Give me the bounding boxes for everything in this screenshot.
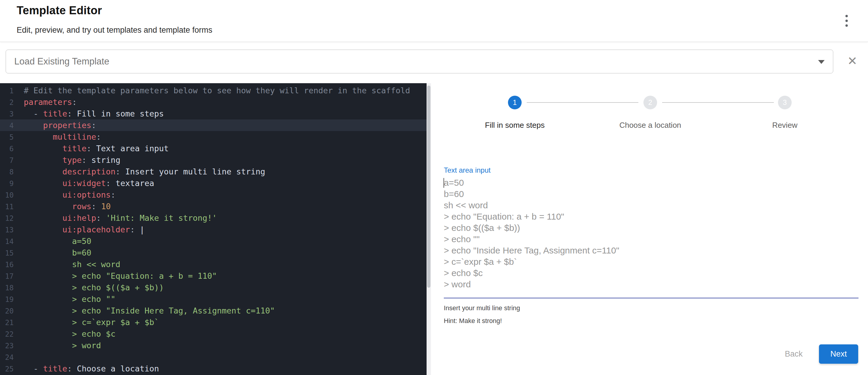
code-token — [24, 132, 53, 142]
code-token — [24, 202, 72, 211]
code-line[interactable]: 23 > word — [0, 340, 427, 351]
code-token — [24, 190, 62, 199]
code-token: # Edit the template parameters below to … — [24, 86, 410, 95]
line-number: 18 — [0, 282, 14, 294]
code-token — [24, 213, 62, 223]
editor-scrollbar[interactable] — [427, 83, 431, 375]
code-line[interactable]: 17 > echo "Equation: a + b = 110" — [0, 270, 427, 282]
code-line[interactable]: 14 a=50 — [0, 235, 427, 247]
code-line[interactable]: 11 rows: 10 — [0, 200, 427, 212]
code-token: : — [96, 132, 101, 142]
code-token: Text area input — [92, 144, 169, 153]
code-line[interactable]: 25 - title: Choose a location — [0, 363, 427, 374]
code-token: string — [87, 155, 120, 165]
clear-selection-button[interactable]: ✕ — [847, 55, 857, 67]
line-number: 22 — [0, 329, 14, 340]
code-line[interactable]: 10 ui:options: — [0, 189, 427, 200]
scrollbar-thumb[interactable] — [427, 86, 430, 288]
placeholder-line: > c=`expr $a + $b` — [444, 256, 859, 268]
placeholder-line: a=50 — [444, 177, 859, 188]
code-token: : — [111, 190, 116, 199]
line-number: 1 — [0, 85, 14, 97]
page-title: Template Editor — [17, 4, 102, 17]
code-line[interactable]: 4 properties: — [0, 120, 427, 131]
code-line[interactable]: 2parameters: — [0, 96, 427, 108]
code-token: : — [82, 155, 87, 165]
placeholder-line: sh << word — [444, 200, 859, 211]
code-token: multiline — [53, 132, 96, 142]
preview-pane: 1 2 3 Fill in some steps Choose a locati… — [431, 83, 868, 375]
code-token — [24, 144, 62, 153]
line-number: 13 — [0, 224, 14, 236]
line-number: 5 — [0, 132, 14, 143]
more-options-button[interactable] — [837, 11, 856, 30]
code-token: ui:options — [62, 190, 111, 199]
code-token: type — [62, 155, 82, 165]
line-number: 15 — [0, 248, 14, 259]
yaml-editor[interactable]: 1# Edit the template parameters below to… — [0, 83, 427, 375]
code-token: > echo $(($a + $b)) — [24, 283, 164, 292]
line-number: 2 — [0, 97, 14, 108]
placeholder-line: > echo "Equation: a + b = 110" — [444, 211, 859, 222]
code-token: 'Hint: Make it strong!' — [106, 213, 217, 223]
code-line[interactable]: 12 ui:help: 'Hint: Make it strong!' — [0, 212, 427, 224]
code-token: > word — [24, 341, 101, 350]
back-button[interactable]: Back — [778, 346, 810, 362]
code-line[interactable]: 6 title: Text area input — [0, 143, 427, 154]
field-help: Hint: Make it strong! — [444, 317, 502, 325]
multiline-textarea[interactable]: a=50b=60sh << word> echo "Equation: a + … — [444, 177, 859, 296]
code-lines: 1# Edit the template parameters below to… — [0, 83, 427, 374]
code-line[interactable]: 20 > echo "Inside Here Tag, Assignment c… — [0, 305, 427, 316]
code-token: - — [24, 364, 43, 373]
line-number: 11 — [0, 201, 14, 213]
code-line[interactable]: 21 > c=`expr $a + $b` — [0, 316, 427, 328]
code-line[interactable]: 18 > echo $(($a + $b)) — [0, 282, 427, 293]
code-line[interactable]: 24 — [0, 351, 427, 363]
code-token: textarea — [111, 179, 154, 188]
load-template-select[interactable]: Load Existing Template — [6, 50, 833, 73]
chevron-down-icon[interactable] — [818, 60, 825, 64]
code-line[interactable]: 13 ui:placeholder: | — [0, 224, 427, 235]
line-number: 7 — [0, 155, 14, 166]
code-token: ui:help — [62, 213, 96, 223]
code-line[interactable]: 15 b=60 — [0, 247, 427, 258]
code-token: > echo "" — [24, 294, 116, 304]
code-line[interactable]: 22 > echo $c — [0, 328, 427, 340]
line-number: 23 — [0, 340, 14, 352]
placeholder-line: > echo "Inside Here Tag, Assignment c=11… — [444, 245, 859, 256]
code-token: title — [43, 364, 67, 373]
code-token: : — [87, 144, 91, 153]
code-line[interactable]: 1# Edit the template parameters below to… — [0, 85, 427, 96]
code-token: properties — [43, 121, 92, 130]
line-number: 24 — [0, 352, 14, 364]
next-button[interactable]: Next — [819, 344, 858, 364]
code-token: : — [67, 109, 72, 118]
code-line[interactable]: 7 type: string — [0, 154, 427, 166]
code-token — [24, 121, 43, 130]
line-number: 20 — [0, 306, 14, 317]
code-token: : — [116, 167, 120, 176]
code-line[interactable]: 9 ui:widget: textarea — [0, 178, 427, 189]
code-token: sh << word — [24, 260, 120, 269]
code-token: - — [24, 109, 43, 118]
code-line[interactable]: 16 sh << word — [0, 258, 427, 270]
template-select-row: Load Existing Template ✕ — [0, 42, 868, 83]
code-token — [24, 167, 62, 176]
kebab-menu-icon — [845, 15, 848, 27]
code-line[interactable]: 19 > echo "" — [0, 293, 427, 305]
code-token: > echo "Inside Here Tag, Assignment c=11… — [24, 306, 275, 315]
line-number: 16 — [0, 259, 14, 271]
line-number: 25 — [0, 364, 14, 375]
code-token: > echo "Equation: a + b = 110" — [24, 271, 217, 281]
code-token: > c=`expr $a + $b` — [24, 318, 159, 327]
code-line[interactable]: 8 description: Insert your multi line st… — [0, 166, 427, 178]
code-line[interactable]: 5 multiline: — [0, 131, 427, 143]
textarea-placeholder: a=50b=60sh << word> echo "Equation: a + … — [444, 177, 859, 290]
line-number: 9 — [0, 178, 14, 190]
code-line[interactable]: 3 - title: Fill in some steps — [0, 108, 427, 120]
code-token: 10 — [101, 202, 111, 211]
placeholder-line: > word — [444, 279, 859, 290]
field-description: Insert your multi line string — [444, 304, 520, 312]
code-token: : — [92, 121, 96, 130]
line-number: 3 — [0, 108, 14, 120]
